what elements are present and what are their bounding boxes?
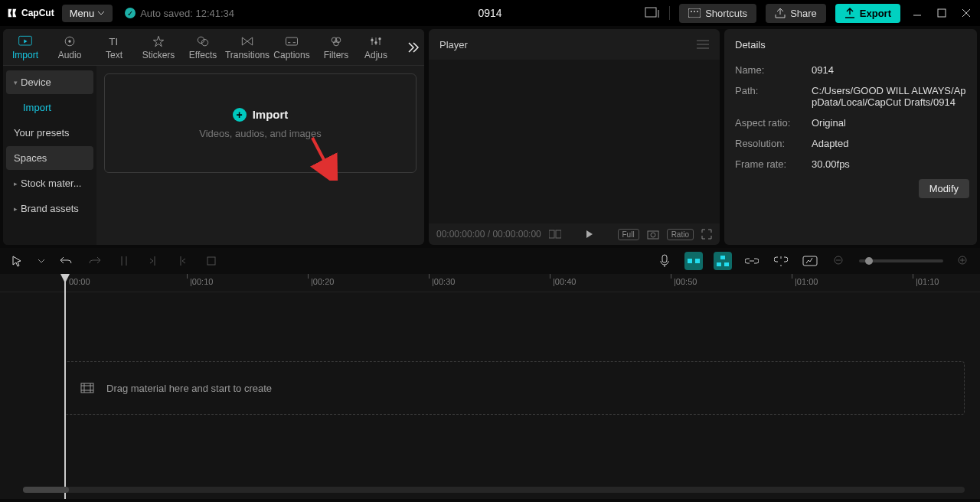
tab-adjust[interactable]: Adjus — [358, 34, 394, 60]
player-timecode: 00:00:00:00 / 00:00:00:00 — [436, 229, 541, 240]
unlink-icon[interactable] — [772, 252, 790, 270]
svg-point-22 — [651, 233, 655, 237]
tab-text[interactable]: TIText — [92, 34, 136, 60]
player-title: Player — [439, 39, 468, 51]
close-icon[interactable] — [959, 5, 974, 21]
player-panel: Player 00:00:00:00 / 00:00:00:00 Full Ra… — [429, 29, 720, 245]
details-title: Details — [724, 29, 977, 60]
svg-point-4 — [697, 11, 698, 12]
timeline-track-drop[interactable]: Drag material here and start to create — [64, 361, 965, 415]
split-icon[interactable] — [115, 252, 133, 270]
maximize-icon[interactable] — [934, 5, 949, 21]
timeline-scrollbar[interactable] — [23, 487, 965, 493]
player-viewport — [429, 60, 720, 223]
play-icon[interactable] — [584, 229, 595, 240]
link-icon[interactable] — [743, 252, 761, 270]
tabs-more-icon[interactable] — [404, 40, 420, 55]
sidebar-item-presets[interactable]: Your presets — [6, 121, 93, 145]
playhead[interactable] — [64, 274, 66, 499]
track-hint: Drag material here and start to create — [106, 383, 272, 394]
dropzone-title: Import — [253, 108, 289, 121]
svg-rect-26 — [695, 259, 700, 263]
zoom-in-icon[interactable] — [954, 252, 972, 270]
svg-rect-19 — [549, 230, 554, 238]
zoom-out-icon[interactable] — [830, 252, 848, 270]
autosave-status: ✓ Auto saved: 12:41:34 — [125, 8, 234, 19]
media-panel: Import Audio TIText Stickers Effects Tra… — [3, 29, 424, 245]
divider — [669, 6, 670, 20]
magnet-track-icon[interactable] — [714, 252, 732, 270]
sidebar-item-stock[interactable]: ▸Stock mater... — [6, 171, 93, 195]
snapshot-icon[interactable] — [647, 229, 659, 240]
tab-transitions[interactable]: Transitions — [225, 34, 270, 60]
preview-icon[interactable] — [801, 252, 819, 270]
svg-rect-0 — [645, 8, 656, 17]
ratio-badge[interactable]: Ratio — [667, 229, 694, 240]
timeline-panel: 00:00 |00:10 |00:20 |00:30 |00:40 |00:50… — [0, 274, 980, 499]
minimize-icon[interactable] — [910, 5, 925, 21]
share-button[interactable]: Share — [766, 4, 826, 23]
player-compare-icon[interactable] — [549, 229, 561, 240]
delete-icon[interactable] — [202, 252, 220, 270]
tab-audio[interactable]: Audio — [47, 34, 92, 60]
aspect-icon[interactable] — [645, 5, 660, 21]
tab-stickers[interactable]: Stickers — [136, 34, 181, 60]
trim-left-icon[interactable] — [144, 252, 162, 270]
film-icon — [80, 383, 94, 393]
svg-rect-12 — [286, 37, 298, 45]
fullscreen-icon[interactable] — [701, 229, 712, 240]
svg-rect-1 — [688, 8, 701, 18]
media-sidebar: ▾Device Import Your presets Spaces ▸Stoc… — [3, 66, 96, 245]
svg-point-18 — [378, 37, 381, 40]
tab-import[interactable]: Import — [3, 34, 47, 60]
svg-point-17 — [374, 41, 377, 44]
sidebar-item-import[interactable]: Import — [6, 96, 93, 119]
svg-rect-28 — [717, 262, 721, 266]
tab-filters[interactable]: Filters — [314, 34, 358, 60]
svg-rect-23 — [207, 257, 215, 265]
app-logo: CapCut — [6, 7, 54, 19]
svg-text:TI: TI — [109, 36, 118, 47]
redo-icon[interactable] — [86, 252, 104, 270]
svg-point-8 — [68, 40, 70, 42]
pointer-tool-icon[interactable] — [8, 252, 26, 270]
tab-effects[interactable]: Effects — [181, 34, 225, 60]
import-dropzone[interactable]: + Import Videos, audios, and images — [104, 73, 416, 173]
svg-rect-25 — [688, 259, 692, 263]
svg-rect-30 — [803, 256, 817, 266]
timeline-toolbar — [0, 248, 980, 274]
svg-point-3 — [694, 11, 695, 12]
shortcuts-button[interactable]: Shortcuts — [679, 4, 756, 23]
menu-button[interactable]: Menu — [62, 5, 113, 22]
svg-rect-20 — [556, 230, 561, 238]
tab-captions[interactable]: Captions — [270, 34, 314, 60]
svg-rect-27 — [720, 256, 725, 259]
svg-point-2 — [691, 11, 692, 12]
export-button[interactable]: Export — [835, 4, 900, 23]
full-badge[interactable]: Full — [618, 229, 639, 240]
player-menu-icon[interactable] — [697, 39, 709, 50]
timeline-ruler[interactable]: 00:00 |00:10 |00:20 |00:30 |00:40 |00:50… — [0, 274, 980, 292]
svg-point-16 — [371, 38, 373, 41]
pointer-dropdown-icon[interactable] — [37, 252, 46, 270]
project-title: 0914 — [478, 7, 501, 19]
magnet-main-icon[interactable] — [684, 252, 703, 270]
svg-rect-24 — [662, 255, 667, 262]
sidebar-item-brand[interactable]: ▸Brand assets — [6, 197, 93, 220]
mic-icon[interactable] — [655, 252, 674, 270]
modify-button[interactable]: Modify — [919, 179, 969, 198]
sidebar-item-spaces[interactable]: Spaces — [6, 146, 93, 170]
trim-right-icon[interactable] — [173, 252, 191, 270]
dropzone-subtitle: Videos, audios, and images — [199, 128, 321, 139]
svg-rect-29 — [724, 262, 729, 266]
check-icon: ✓ — [125, 8, 136, 18]
media-tabs: Import Audio TIText Stickers Effects Tra… — [3, 29, 424, 66]
plus-icon: + — [233, 108, 247, 122]
zoom-slider[interactable] — [859, 259, 943, 262]
details-panel: Details Name:0914 Path:C:/Users/GOOD WIL… — [724, 29, 977, 245]
sidebar-item-device[interactable]: ▾Device — [6, 70, 93, 94]
svg-rect-5 — [938, 9, 946, 17]
svg-rect-33 — [81, 383, 93, 393]
undo-icon[interactable] — [57, 252, 75, 270]
